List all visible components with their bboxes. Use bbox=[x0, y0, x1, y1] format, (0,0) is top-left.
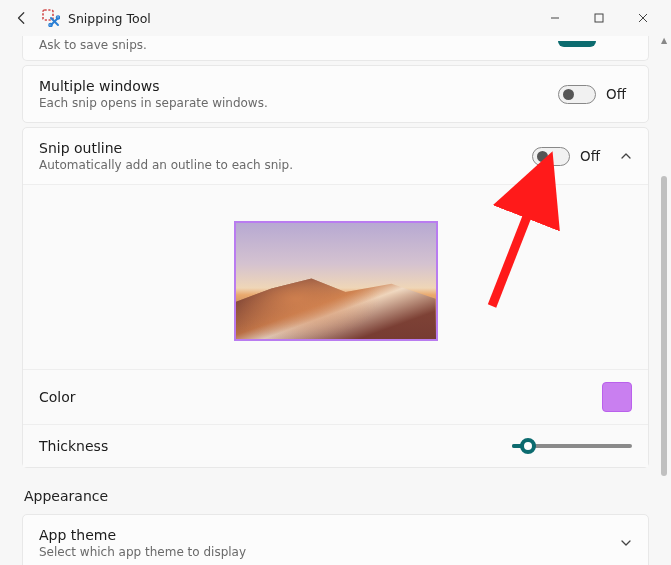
outline-color-swatch[interactable] bbox=[602, 382, 632, 412]
setting-snip-outline-header[interactable]: Snip outline Automatically add an outlin… bbox=[23, 128, 648, 184]
collapse-snip-outline[interactable] bbox=[620, 147, 632, 166]
setting-snip-outline: Snip outline Automatically add an outlin… bbox=[22, 127, 649, 468]
section-header-appearance: Appearance bbox=[24, 488, 647, 504]
close-icon bbox=[638, 13, 648, 23]
setting-ask-save[interactable]: Ask to save snips. bbox=[22, 36, 649, 61]
toggle-multiple-windows[interactable] bbox=[558, 85, 596, 104]
arrow-left-icon bbox=[15, 11, 29, 25]
back-button[interactable] bbox=[6, 2, 38, 34]
titlebar: Snipping Tool bbox=[0, 0, 671, 36]
slider-thumb[interactable] bbox=[520, 438, 536, 454]
setting-snip-outline-title: Snip outline bbox=[39, 140, 532, 156]
outline-preview-image bbox=[234, 221, 438, 341]
outline-color-label: Color bbox=[39, 389, 602, 405]
outline-thickness-row: Thickness bbox=[23, 424, 648, 467]
minimize-button[interactable] bbox=[533, 2, 577, 34]
outline-preview-area bbox=[23, 184, 648, 369]
scrollbar-thumb[interactable] bbox=[661, 176, 667, 476]
setting-app-theme-row[interactable]: App theme Select which app theme to disp… bbox=[23, 515, 648, 565]
setting-snip-outline-subtitle: Automatically add an outline to each sni… bbox=[39, 158, 532, 172]
app-window: Snipping Tool Ask to save snips. Multipl… bbox=[0, 0, 671, 565]
toggle-snip-outline-label: Off bbox=[580, 148, 606, 164]
window-controls bbox=[533, 2, 665, 34]
svg-rect-3 bbox=[595, 14, 603, 22]
outline-thickness-slider[interactable] bbox=[512, 437, 632, 455]
setting-multiple-windows: Multiple windows Each snip opens in sepa… bbox=[22, 65, 649, 123]
setting-multiple-windows-title: Multiple windows bbox=[39, 78, 558, 94]
outline-thickness-label: Thickness bbox=[39, 438, 512, 454]
setting-multiple-windows-row[interactable]: Multiple windows Each snip opens in sepa… bbox=[23, 66, 648, 122]
setting-multiple-windows-subtitle: Each snip opens in separate windows. bbox=[39, 96, 558, 110]
app-title: Snipping Tool bbox=[68, 11, 151, 26]
app-icon bbox=[42, 9, 60, 27]
scrollbar-up-icon: ▲ bbox=[661, 36, 667, 45]
expand-app-theme[interactable] bbox=[620, 534, 632, 553]
close-button[interactable] bbox=[621, 2, 665, 34]
vertical-scrollbar[interactable]: ▲ bbox=[661, 36, 667, 559]
toggle-snip-outline[interactable] bbox=[532, 147, 570, 166]
chevron-down-icon bbox=[620, 537, 632, 549]
toggle-ask-save-partial[interactable] bbox=[558, 41, 596, 47]
maximize-button[interactable] bbox=[577, 2, 621, 34]
toggle-multiple-windows-label: Off bbox=[606, 86, 632, 102]
app-theme-subtitle: Select which app theme to display bbox=[39, 545, 620, 559]
setting-ask-save-subtitle: Ask to save snips. bbox=[39, 38, 558, 52]
app-theme-title: App theme bbox=[39, 527, 620, 543]
setting-app-theme: App theme Select which app theme to disp… bbox=[22, 514, 649, 565]
maximize-icon bbox=[594, 13, 604, 23]
settings-content: Ask to save snips. Multiple windows Each… bbox=[0, 36, 671, 565]
outline-color-row[interactable]: Color bbox=[23, 369, 648, 424]
chevron-up-icon bbox=[620, 150, 632, 162]
minimize-icon bbox=[550, 13, 560, 23]
